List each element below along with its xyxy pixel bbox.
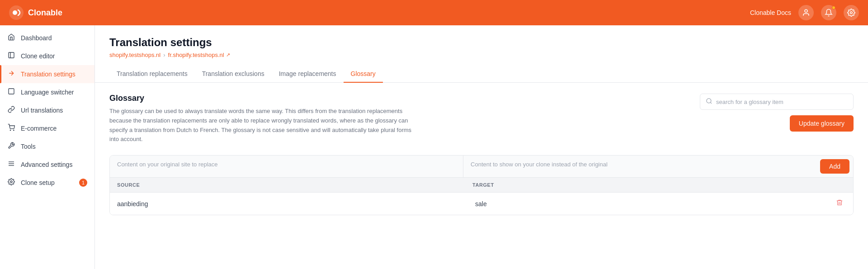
svg-line-14 [710,102,712,104]
notifications-icon-button[interactable] [821,5,836,20]
glossary-search-input[interactable] [716,99,848,105]
target-input-cell [463,156,816,177]
translation-settings-icon [7,70,15,79]
svg-rect-6 [9,89,14,94]
clone-setup-icon [7,178,15,187]
target-column-header: TARGET [472,182,828,188]
tab-translation-replacements[interactable]: Translation replacements [109,66,195,83]
header-logo: Clonable [9,5,62,20]
url-translations-label: Url translations [21,107,63,114]
svg-point-1 [13,10,17,15]
settings-icon [847,9,855,17]
docs-link[interactable]: Clonable Docs [750,9,791,16]
search-icon [706,98,712,106]
clonable-logo-icon [9,5,24,20]
sidebar-item-dashboard[interactable]: Dashboard [0,29,94,47]
breadcrumb-target[interactable]: fr.shopify.testshops.nl ↗ [168,52,230,58]
settings-icon-button[interactable] [844,5,859,20]
advanced-settings-label: Advanced settings [21,161,72,168]
glossary-description: The glossary can be used to always trans… [109,107,417,144]
bell-icon [825,9,833,17]
tab-image-replacements[interactable]: Image replacements [272,66,344,83]
notification-badge [832,6,835,9]
table-header-row: SOURCE TARGET [110,178,853,193]
update-glossary-button[interactable]: Update glossary [790,115,854,132]
sidebar-item-e-commerce[interactable]: E-commerce [0,119,94,137]
tabs: Translation replacements Translation exc… [95,66,868,83]
source-input[interactable] [110,156,463,173]
breadcrumb-source[interactable]: shopify.testshops.nl [109,52,160,58]
target-input[interactable] [463,156,816,173]
tab-glossary[interactable]: Glossary [344,66,383,83]
language-switcher-label: Language switcher [21,89,74,96]
active-indicator [0,65,1,83]
svg-point-7 [10,130,10,130]
page-header: Translation settings shopify.testshops.n… [95,25,868,58]
add-button-cell: Add [816,156,853,177]
external-link-icon: ↗ [226,52,230,58]
top-header: Clonable Clonable Docs [0,0,868,25]
page-content-area: Glossary The glossary can be used to alw… [95,83,868,226]
brand-name: Clonable [28,8,62,18]
e-commerce-label: E-commerce [21,125,57,132]
translation-settings-label: Translation settings [21,71,75,78]
glossary-table: Add SOURCE TARGET aanbieding sale [109,155,854,215]
dashboard-label: Dashboard [21,34,52,42]
home-icon [7,33,15,42]
url-translations-icon [7,106,15,115]
clone-setup-badge: 1 [79,179,87,187]
main-content: Translation settings shopify.testshops.n… [95,25,868,269]
sidebar-item-clone-setup[interactable]: Clone setup 1 [0,174,94,192]
breadcrumb-arrow: › [163,52,165,58]
trash-icon [836,199,843,206]
tools-icon [7,142,15,151]
add-button[interactable]: Add [820,159,849,174]
tools-label: Tools [21,143,36,150]
sidebar-item-tools[interactable]: Tools [0,137,94,156]
main-layout: Dashboard Clone editor Translation setti… [0,25,868,269]
sidebar-item-clone-editor[interactable]: Clone editor [0,47,94,65]
glossary-header: Glossary The glossary can be used to alw… [109,94,854,144]
header-right: Clonable Docs [750,5,859,20]
clone-setup-label: Clone setup [21,179,55,186]
e-commerce-icon [7,124,15,133]
advanced-settings-icon [7,160,15,169]
clone-editor-icon [7,52,15,61]
glossary-title: Glossary [109,94,689,103]
svg-point-12 [10,181,12,183]
tab-translation-exclusions[interactable]: Translation exclusions [195,66,272,83]
sidebar: Dashboard Clone editor Translation setti… [0,25,95,269]
user-icon-button[interactable] [798,5,814,20]
clone-editor-label: Clone editor [21,52,55,60]
svg-point-13 [707,99,711,103]
table-input-row: Add [110,156,853,178]
page-title: Translation settings [109,36,854,49]
glossary-search-box[interactable] [700,94,854,110]
sidebar-item-translation-settings[interactable]: Translation settings [0,65,94,83]
svg-rect-4 [9,52,14,58]
language-switcher-icon [7,88,15,97]
source-column-header: SOURCE [117,182,472,188]
user-icon [802,9,810,17]
svg-point-8 [14,130,14,130]
table-row: aanbieding sale [110,193,853,215]
sidebar-item-language-switcher[interactable]: Language switcher [0,83,94,101]
actions-column-header [828,182,846,188]
glossary-actions: Update glossary [700,94,854,132]
delete-row-button[interactable] [833,198,846,209]
breadcrumb: shopify.testshops.nl › fr.shopify.testsh… [109,52,854,58]
source-input-cell [110,156,463,177]
sidebar-item-advanced-settings[interactable]: Advanced settings [0,156,94,174]
glossary-info: Glossary The glossary can be used to alw… [109,94,689,144]
svg-point-2 [805,9,807,12]
svg-point-3 [850,12,853,14]
target-cell: sale [475,200,833,208]
source-cell: aanbieding [117,200,475,208]
sidebar-item-url-translations[interactable]: Url translations [0,101,94,119]
